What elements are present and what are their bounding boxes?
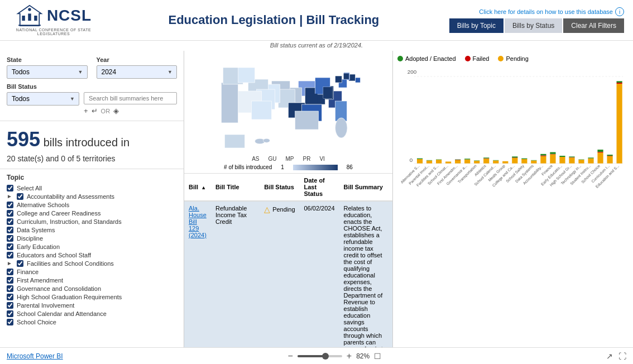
svg-rect-7: [356, 78, 361, 83]
svg-rect-51: [455, 160, 461, 160]
bill-link-cell[interactable]: Ala. House Bill 129 (2024): [184, 201, 211, 347]
topic-item-calendar[interactable]: School Calendar and Attendance: [7, 310, 177, 317]
topic-checkbox-highschool[interactable]: [7, 294, 13, 300]
topic-item-early[interactable]: Early Education: [7, 243, 177, 250]
topic-checkbox-parental[interactable]: [7, 302, 13, 309]
topic-label-governance: Governance and Consolidation: [17, 285, 101, 292]
topic-item-first-amendment[interactable]: First Amendment: [7, 277, 177, 284]
topic-checkbox-curriculum[interactable]: [7, 218, 13, 225]
topic-checkbox-facilities[interactable]: [17, 260, 23, 267]
topic-label-alternative: Alternative Schools: [17, 202, 69, 208]
territory-mp: MP: [285, 156, 294, 162]
zoom-slider[interactable]: [298, 355, 342, 357]
svg-rect-28: [252, 101, 272, 119]
pending-label-129: Pending: [272, 206, 295, 213]
topic-checkbox-calendar[interactable]: [7, 310, 13, 317]
svg-rect-35: [307, 94, 318, 103]
topic-item-school-choice[interactable]: School Choice: [7, 319, 177, 325]
topic-checkbox-finance[interactable]: [7, 269, 13, 275]
bill-status-select[interactable]: Todos: [7, 92, 79, 106]
svg-rect-46: [436, 160, 442, 163]
svg-rect-60: [493, 160, 498, 161]
year-select[interactable]: 2024: [97, 65, 178, 79]
svg-rect-83: [588, 157, 593, 158]
map-container: [188, 54, 389, 155]
zoom-plus-icon[interactable]: +: [347, 351, 352, 361]
topic-checkbox-alternative[interactable]: [7, 202, 13, 208]
topic-item-college[interactable]: College and Career Readiness: [7, 210, 177, 217]
topic-item-alternative[interactable]: Alternative Schools: [7, 202, 177, 208]
share-icon[interactable]: ↗: [606, 352, 613, 361]
topic-item-discipline[interactable]: Discipline: [7, 235, 177, 242]
logo-image: NCSL: [16, 4, 92, 27]
search-input[interactable]: [84, 92, 177, 104]
topic-checkbox-educators[interactable]: [7, 252, 13, 258]
search-clear-icon[interactable]: ◈: [113, 107, 119, 115]
topic-item-finance[interactable]: Finance: [7, 269, 177, 275]
topic-item-facilities[interactable]: ► Facilities and School Conditions: [7, 260, 177, 267]
topic-checkbox-early[interactable]: [7, 243, 13, 250]
topic-checkbox-governance[interactable]: [7, 285, 13, 292]
info-icon[interactable]: i: [615, 7, 624, 16]
topic-item-governance[interactable]: Governance and Consolidation: [7, 285, 177, 292]
topic-label-first-amendment: First Amendment: [17, 277, 63, 284]
topic-item-data[interactable]: Data Systems: [7, 227, 177, 233]
page-title: Education Legislation | Bill Tracking: [98, 13, 449, 27]
svg-rect-85: [597, 152, 603, 152]
svg-rect-59: [493, 160, 498, 163]
powerbi-link[interactable]: Microsoft Power BI: [7, 352, 63, 360]
svg-point-5: [28, 8, 31, 11]
year-select-wrapper: 2024: [97, 65, 178, 79]
topic-item-parental[interactable]: Parental Involvement: [7, 302, 177, 309]
pending-icon-129: △: [264, 205, 270, 214]
topic-item-accountability[interactable]: ► Accountability and Assessments: [7, 193, 177, 200]
expand-icon-facilities[interactable]: ►: [7, 260, 12, 266]
tab-bills-by-status[interactable]: Bills by Status: [505, 18, 562, 33]
topic-item-curriculum[interactable]: Curriculum, Instruction, and Standards: [7, 218, 177, 225]
expand-icon-accountability[interactable]: ►: [7, 193, 12, 199]
topic-checkbox-school-choice[interactable]: [7, 319, 13, 325]
bill-title-cell-129: Refundable Income Tax Credit: [211, 201, 260, 347]
zoom-slider-thumb[interactable]: [322, 353, 329, 360]
svg-rect-24: [295, 111, 319, 130]
svg-rect-73: [550, 154, 555, 155]
svg-point-34: [263, 138, 270, 142]
topic-item-highschool[interactable]: High School Graduation Requirements: [7, 294, 177, 300]
summary-cell-129: Relates to education, enacts the CHOOSE …: [339, 201, 392, 347]
svg-text:200: 200: [407, 69, 417, 75]
topic-checkbox-college[interactable]: [7, 210, 13, 217]
search-plus-icon[interactable]: +: [84, 107, 88, 115]
tab-bills-by-topic[interactable]: Bills by Topic: [449, 18, 503, 33]
topic-checkbox-first-amendment[interactable]: [7, 277, 13, 284]
us-map-svg: [188, 54, 389, 155]
logo-area: NCSL NATIONAL CONFERENCE OF STATE LEGISL…: [9, 4, 98, 36]
fit-to-screen-icon[interactable]: ☐: [374, 352, 381, 361]
zoom-minus-icon[interactable]: −: [287, 351, 292, 361]
topic-item-educators[interactable]: Educators and School Staff: [7, 252, 177, 258]
state-select[interactable]: Todos: [7, 65, 88, 79]
map-legend-label: # of bills introduced: [224, 164, 272, 170]
middle-panel: AS GU MP PR VI # of bills introduced 1 8…: [184, 51, 393, 347]
bill-link-129[interactable]: Ala. House Bill 129 (2024): [189, 205, 207, 238]
svg-rect-36: [344, 73, 349, 79]
svg-rect-47: [436, 160, 442, 160]
ncsl-brand-text: NCSL: [47, 7, 92, 25]
search-back-icon[interactable]: ↵: [92, 107, 98, 115]
topic-title: Topic: [7, 174, 177, 181]
col-bill-label: Bill: [189, 184, 198, 190]
year-label: Year: [97, 56, 178, 63]
svg-rect-79: [569, 156, 574, 157]
svg-rect-52: [464, 160, 470, 164]
topic-item-select-all[interactable]: Select All: [7, 185, 177, 191]
topic-checkbox-discipline[interactable]: [7, 235, 13, 242]
col-bill: Bill ▲: [184, 174, 211, 201]
fullscreen-icon[interactable]: ⛶: [618, 352, 626, 361]
svg-rect-4: [18, 25, 41, 26]
topic-checkbox-data[interactable]: [7, 227, 13, 233]
bottom-bar: Microsoft Power BI − + 82% ☐ ↗ ⛶: [0, 347, 633, 364]
info-link[interactable]: Click here for details on how to use thi…: [479, 7, 624, 16]
clear-all-filters-button[interactable]: Clear All Filters: [563, 18, 624, 33]
topic-checkbox-accountability[interactable]: [17, 193, 23, 200]
topic-checkbox-select-all[interactable]: [7, 185, 13, 191]
sort-arrow-bill[interactable]: ▲: [201, 185, 206, 190]
